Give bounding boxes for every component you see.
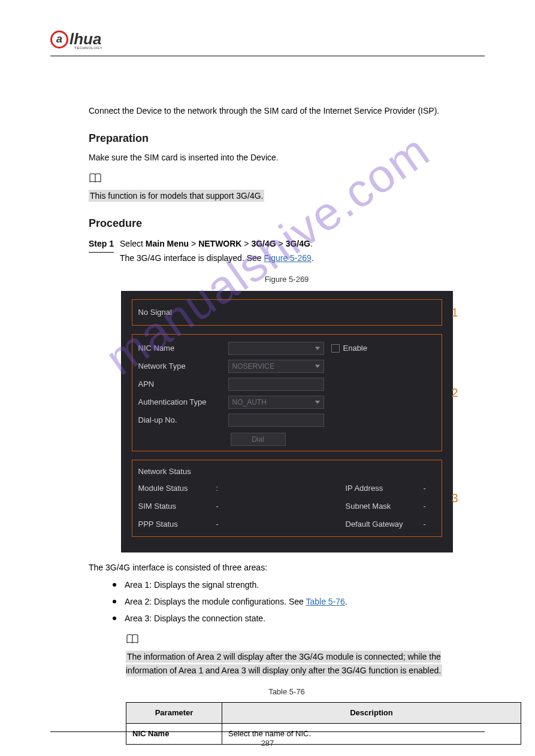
document-body: Connect the Device to the network throug… (89, 104, 485, 745)
figure-ref-link[interactable]: Figure 5-269 (264, 253, 311, 263)
note-highlight-1: This function is for models that support… (89, 189, 485, 204)
label-sim-status: SIM Status (138, 500, 216, 513)
input-dialup[interactable] (228, 414, 324, 427)
region-num-2: 2 (451, 382, 458, 403)
bullet-2: Area 2: Displays the module configuratio… (125, 595, 485, 609)
logo-subtext: TECHNOLOGY (74, 46, 485, 50)
bullet-icon (113, 617, 116, 620)
signal-status: No Signal (138, 308, 172, 317)
table-caption: Table 5-76 (89, 685, 485, 699)
label-network-type: Network Type (138, 360, 228, 373)
header-rule (50, 56, 485, 56)
label-nic-name: NIC Name (138, 342, 228, 355)
section-preparation: Preparation (89, 129, 485, 148)
bullet-icon (113, 583, 116, 587)
note-highlight-2: The information of Area 2 will display a… (126, 650, 473, 679)
select-nic-name[interactable] (228, 342, 324, 355)
input-apn[interactable] (228, 378, 324, 391)
select-auth-type[interactable]: NO_AUTH (228, 396, 324, 409)
region-num-1: 1 (451, 302, 458, 323)
dial-button[interactable]: Dial (231, 433, 286, 446)
bullet-1: Area 1: Displays the signal strength. (125, 578, 485, 593)
label-apn: APN (138, 378, 228, 391)
enable-label: Enable (343, 342, 367, 355)
label-gateway: Default Gateway (346, 518, 424, 531)
table-ref-link[interactable]: Table 5-76 (306, 597, 344, 606)
prep-text: Make sure the SIM card is inserted into … (89, 151, 485, 165)
bullet-3: Area 3: Displays the connection state. (125, 612, 485, 626)
figure-caption: Figure 5-269 (89, 273, 485, 286)
label-ppp-status: PPP Status (138, 518, 216, 531)
th-parameter: Parameter (126, 703, 222, 724)
step-1-text: Select Main Menu > NETWORK > 3G/4G > 3G/… (120, 237, 485, 266)
bullet-icon (113, 600, 116, 603)
select-network-type[interactable]: NOSERVICE (228, 360, 324, 373)
section-procedure: Procedure (89, 214, 485, 233)
th-description: Description (222, 703, 521, 724)
label-ip-address: IP Address (346, 482, 424, 495)
step-1-label: Step 1 (89, 237, 114, 253)
label-network-status: Network Status (138, 465, 436, 478)
label-subnet: Subnet Mask (346, 500, 424, 513)
page-number: 287 (0, 739, 535, 748)
logo-mark: a (50, 31, 68, 48)
label-auth-type: Authentication Type (138, 396, 228, 409)
label-dialup: Dial-up No. (138, 414, 228, 427)
label-module-status: Module Status (138, 482, 216, 495)
figure-image: No Signal 1 2 NIC Name Enable Network Ty… (89, 291, 485, 552)
logo: a lhua TECHNOLOGY (50, 30, 485, 50)
intro-para: Connect the Device to the network throug… (89, 104, 485, 119)
region-intro: The 3G/4G interface is consisted of thre… (89, 561, 485, 575)
book-icon (89, 173, 102, 184)
book-icon (126, 634, 139, 645)
footer-rule (50, 731, 485, 732)
enable-checkbox[interactable] (331, 344, 340, 353)
region-num-3: 3 (451, 488, 458, 508)
